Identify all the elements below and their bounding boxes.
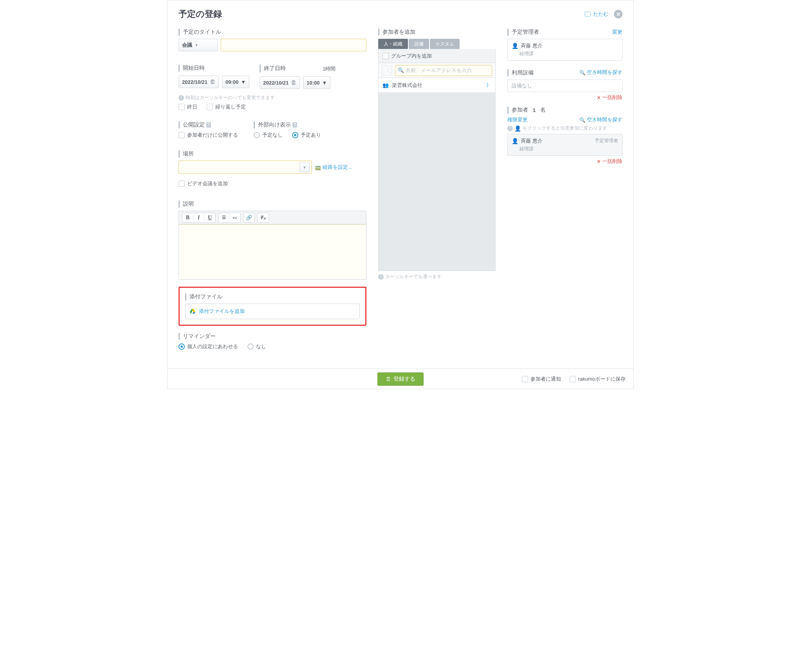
time-hint: ! 時刻はカーソルキーの↑↓でも変更できます — [179, 94, 366, 101]
start-time-select[interactable]: 09:00 ▼ — [222, 76, 249, 88]
equipment-label-row: 利用設備 🔍空き時間を探す — [507, 69, 622, 76]
participants-count-label: 参加者 1 名 — [507, 107, 622, 114]
unordered-list-button[interactable]: •≡ — [229, 213, 240, 222]
chevron-left-icon: 〈 — [384, 67, 390, 74]
caret-down-icon: ▼ — [299, 162, 310, 172]
column-left: 予定のタイトル 会議 ▼ 開始日時 2022/10/21 — [179, 29, 366, 350]
add-group-checkbox[interactable]: グループ内を追加 — [382, 52, 432, 60]
chevron-right-icon: 〉 — [486, 82, 491, 89]
collapse-icon — [585, 11, 591, 17]
column-right: 予定管理者 変更 👤斉藤 恵介 経理課 利用設備 🔍空き時間を探す 設備なし ✕… — [507, 29, 622, 350]
ordered-list-button[interactable]: ☰ — [218, 213, 229, 222]
close-icon: ✕ — [597, 95, 601, 101]
person-icon: 👤 — [512, 43, 518, 49]
find-free-time-link2[interactable]: 🔍空き時間を探す — [579, 117, 622, 123]
close-icon: ✕ — [616, 11, 621, 17]
calendar-icon: 🗓 — [386, 376, 391, 382]
end-date-picker[interactable]: 2022/10/21 🗓 — [260, 76, 300, 89]
people-icon: 👥 — [382, 82, 389, 88]
add-attachment-button[interactable]: 添付ファイルを追加 — [185, 303, 360, 319]
video-meeting-checkbox[interactable]: ビデオ会議を追加 — [179, 180, 366, 187]
calendar-icon: 🗓 — [291, 79, 296, 86]
location-section: 場所 ▼ 🚃 経路を設定... ビデオ会議を追加 — [179, 150, 366, 187]
search-icon: 🔍 — [579, 70, 586, 76]
collapse-button[interactable]: たたむ — [585, 11, 608, 18]
delete-all-equipment-link[interactable]: ✕一括削除 — [507, 94, 622, 101]
change-manager-link[interactable]: 変更 — [612, 29, 622, 36]
help-icon[interactable]: ? — [206, 122, 211, 128]
external-label: 外部向け表示 ? — [254, 121, 321, 128]
route-link[interactable]: 🚃 経路を設定... — [315, 164, 352, 171]
app-window: 予定の登録 たたむ ✕ 予定のタイトル 会議 ▼ — [167, 0, 634, 389]
footer: 🗓 登録する 参加者に通知 rakumoボードに保存 — [168, 369, 633, 389]
add-participants-label: 参加者を追加 — [378, 29, 496, 36]
close-button[interactable]: ✕ — [614, 10, 622, 18]
repeat-checkbox[interactable]: 繰り返し予定 — [207, 103, 246, 110]
reminder-label: リマインダー — [179, 333, 366, 340]
nav-back-button[interactable]: 〈 — [382, 65, 392, 76]
bold-button[interactable]: B — [182, 213, 193, 222]
start-datetime: 開始日時 2022/10/21 🗓 09:00 ▼ — [179, 65, 249, 91]
end-time-select[interactable]: 10:00 ▼ — [303, 76, 330, 89]
reminder-section: リマインダー 個人の設定にあわせる なし — [179, 333, 366, 350]
participant-tabs: 人・組織 設備 カスタム — [378, 39, 496, 49]
attachment-label: 添付ファイル — [185, 293, 360, 300]
help-icon[interactable]: ? — [292, 122, 297, 128]
add-group-row: グループ内を追加 — [378, 49, 496, 63]
person-icon: 👤 — [512, 138, 518, 144]
reminder-none-radio[interactable]: なし — [247, 343, 266, 350]
find-free-time-link[interactable]: 🔍空き時間を探す — [579, 69, 622, 76]
start-date-picker[interactable]: 2022/10/21 🗓 — [179, 76, 219, 88]
location-select[interactable]: ▼ — [179, 161, 312, 174]
person-icon: 👤 — [514, 125, 521, 132]
save-board-checkbox[interactable]: rakumoボードに保存 — [570, 376, 626, 383]
end-datetime: 終了日時 1時間 2022/10/21 🗓 10:00 ▼ — [260, 65, 336, 92]
caret-down-icon: ▼ — [322, 80, 327, 86]
rte-toolbar: B I U ☰ •≡ 🔗 — [179, 211, 366, 224]
clear-format-button[interactable]: Tₓ — [258, 213, 269, 222]
event-type-select[interactable]: 会議 ▼ — [179, 39, 218, 51]
participant-info: ! 👤 をクリックすると任意参加に変わります — [507, 125, 622, 132]
drive-icon — [189, 309, 196, 314]
keyboard-hint: ! カーソルキーでも選べます — [378, 273, 496, 280]
start-label: 開始日時 — [179, 65, 249, 72]
tab-custom[interactable]: カスタム — [430, 39, 460, 49]
notify-checkbox[interactable]: 参加者に通知 — [522, 376, 561, 383]
external-has-radio[interactable]: 予定あり — [292, 132, 321, 139]
end-label: 終了日時 — [264, 65, 286, 72]
allday-checkbox[interactable]: 終日 — [179, 103, 197, 110]
train-icon: 🚃 — [315, 164, 321, 170]
info-icon: ! — [378, 274, 384, 280]
submit-button[interactable]: 🗓 登録する — [377, 372, 424, 386]
attachment-section-highlight: 添付ファイル 添付ファイルを追加 — [179, 287, 366, 326]
event-title-input[interactable] — [221, 39, 366, 51]
tab-people[interactable]: 人・組織 — [378, 39, 408, 49]
reminder-personal-radio[interactable]: 個人の設定にあわせる — [179, 343, 238, 350]
tab-equipment[interactable]: 設備 — [409, 39, 429, 49]
description-section: 説明 B I U ☰ •≡ — [179, 201, 366, 280]
svg-rect-0 — [585, 12, 590, 16]
manager-label-row: 予定管理者 変更 — [507, 29, 622, 36]
rich-text-editor: B I U ☰ •≡ 🔗 — [179, 211, 366, 280]
underline-button[interactable]: U — [204, 213, 215, 222]
caret-down-icon: ▼ — [241, 79, 246, 85]
description-input[interactable] — [179, 224, 366, 279]
link-button[interactable]: 🔗 — [244, 213, 254, 222]
visibility-section: 公開設定 ? 参加者だけに公開する — [179, 121, 238, 139]
org-row[interactable]: 👥 楽雲株式会社 〉 — [378, 78, 496, 93]
columns: 予定のタイトル 会議 ▼ 開始日時 2022/10/21 — [179, 29, 622, 350]
header: 予定の登録 たたむ ✕ — [179, 8, 622, 20]
search-row: 〈 🔍 名前、メールアドレスを入力 — [378, 63, 496, 78]
italic-button[interactable]: I — [193, 213, 204, 222]
permission-link[interactable]: 権限変更 — [507, 117, 528, 123]
role-label: 予定管理者 — [595, 137, 618, 144]
title-label: 予定のタイトル — [179, 29, 366, 36]
column-middle: 参加者を追加 人・組織 設備 カスタム グループ内を追加 〈 🔍 名前、メールア… — [378, 29, 496, 350]
external-none-radio[interactable]: 予定なし — [254, 132, 283, 139]
delete-all-participants-link[interactable]: ✕一括削除 — [507, 158, 622, 165]
participant-card: 👤斉藤 恵介 経理課 予定管理者 — [507, 134, 622, 156]
participants-only-checkbox[interactable]: 参加者だけに公開する — [179, 132, 238, 139]
caret-down-icon: ▼ — [195, 43, 198, 47]
participant-search-input[interactable]: 🔍 名前、メールアドレスを入力 — [395, 65, 492, 76]
header-actions: たたむ ✕ — [585, 10, 622, 18]
